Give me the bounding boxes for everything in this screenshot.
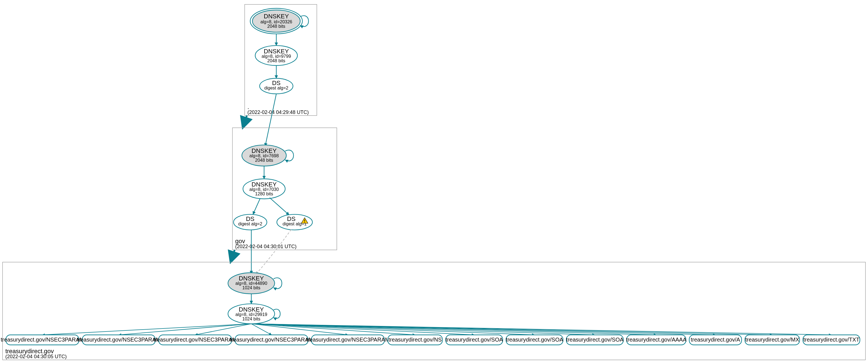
record-label: treasurydirect.gov/A	[691, 336, 740, 343]
td-zsk-alg: alg=8, id=29919	[235, 312, 267, 317]
record-label: treasurydirect.gov/SOA	[566, 336, 624, 343]
td-zsk-bits: 1024 bits	[242, 317, 260, 321]
gov-ksk-bits: 2048 bits	[255, 158, 273, 162]
record-label: treasurydirect.gov/NS	[389, 336, 442, 343]
root-zsk-node: DNSKEY alg=8, id=9799 2048 bits	[255, 46, 297, 66]
gov-zsk-bits: 1280 bits	[255, 191, 273, 196]
root-ksk-alg: alg=8, id=20326	[260, 20, 292, 24]
td-ksk-node: DNSKEY alg=8, id=44890 1024 bits	[228, 273, 282, 294]
record-label: treasurydirect.gov/MX	[745, 336, 799, 343]
record-label: treasurydirect.gov/SOA	[446, 336, 503, 343]
root-ksk-title: DNSKEY	[264, 13, 289, 20]
edge-govds2-tdksk-dashed	[256, 229, 291, 274]
record-label: treasurydirect.gov/TXT	[803, 336, 859, 343]
big-arrow-gov-td	[231, 250, 235, 262]
gov-ksk-alg: alg=8, id=7698	[249, 153, 279, 158]
record-label: treasurydirect.gov/NSEC3PARAM	[153, 336, 237, 343]
svg-point-11	[304, 222, 305, 222]
root-zsk-alg: alg=8, id=9799	[262, 54, 291, 59]
td-ksk-alg: alg=8, id=44890	[235, 281, 267, 286]
record-label: treasurydirect.gov/NSEC3PARAM	[230, 336, 313, 343]
root-ksk-node: DNSKEY alg=8, id=20326 2048 bits	[250, 8, 309, 34]
zone-td-ts: (2022-02-04 04:30:05 UTC)	[5, 354, 67, 359]
zone-td: treasurydirect.gov (2022-02-04 04:30:05 …	[1, 262, 865, 360]
zone-gov-ts: (2022-02-04 04:30:01 UTC)	[235, 244, 297, 249]
td-zsk-node: DNSKEY alg=8, id=29919 1024 bits	[228, 304, 280, 324]
td-records-row: treasurydirect.gov/NSEC3PARAMtreasurydir…	[1, 324, 860, 345]
record-label: treasurydirect.gov/SOA	[506, 336, 563, 343]
gov-ksk-node: DNSKEY alg=8, id=7698 2048 bits	[242, 145, 294, 166]
zone-root: . (2022-02-04 04:29:48 UTC) DNSKEY alg=8…	[245, 4, 317, 116]
gov-ds2-node: DS digest alg=1	[277, 214, 312, 230]
big-arrow-root-gov	[243, 116, 247, 127]
dnssec-graph: . (2022-02-04 04:29:48 UTC) DNSKEY alg=8…	[0, 0, 868, 361]
gov-zsk-alg: alg=8, id=7030	[249, 187, 279, 192]
root-ds-node: DS digest alg=2	[259, 79, 293, 94]
root-zsk-bits: 2048 bits	[267, 58, 285, 63]
edge-tdzsk-record	[42, 324, 251, 335]
edge-govzsk-ds2	[270, 198, 289, 215]
gov-ds1-node: DS digest alg=2	[234, 214, 267, 230]
zone-root-ts: (2022-02-04 04:29:48 UTC)	[248, 110, 309, 115]
gov-ds1-alg: digest alg=2	[238, 221, 262, 226]
record-label: treasurydirect.gov/NSEC3PARAM	[77, 336, 160, 343]
record-label: treasurydirect.gov/NSEC3PARAM	[1, 336, 84, 343]
root-ds-alg: digest alg=2	[264, 86, 288, 90]
zone-gov: gov (2022-02-04 04:30:01 UTC) DNSKEY alg…	[232, 128, 337, 250]
edge-tdzsk-record	[119, 324, 251, 335]
record-label: treasurydirect.gov/NSEC3PARAM	[306, 336, 390, 343]
edge-govzsk-ds1	[253, 198, 260, 214]
edge-rootds-govksk	[265, 94, 276, 146]
td-ksk-bits: 1024 bits	[242, 285, 260, 290]
edge-tdzsk-record	[251, 324, 272, 335]
gov-zsk-node: DNSKEY alg=8, id=7030 1280 bits	[243, 179, 285, 199]
root-ksk-bits: 2048 bits	[267, 24, 285, 29]
edge-tdzsk-record	[251, 324, 474, 335]
record-label: treasurydirect.gov/AAAA	[626, 336, 687, 343]
